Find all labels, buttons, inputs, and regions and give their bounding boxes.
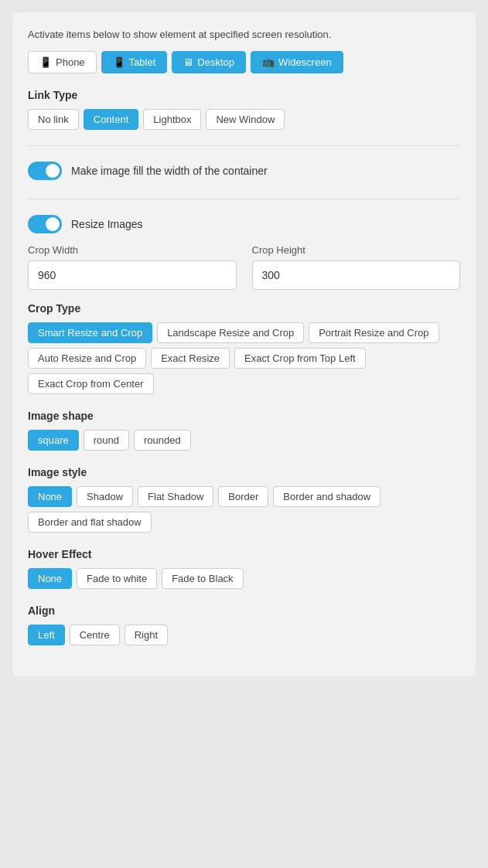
link-type-content-button[interactable]: Content xyxy=(84,109,139,130)
crop-type-label: Crop Type xyxy=(28,302,460,315)
style-shadow-button[interactable]: Shadow xyxy=(77,486,133,507)
crop-height-group: Crop Height xyxy=(252,244,461,290)
crop-height-input[interactable] xyxy=(252,260,461,290)
visibility-tablet-button[interactable]: 📱 Tablet xyxy=(101,51,168,73)
divider-1 xyxy=(28,145,460,146)
crop-height-label: Crop Height xyxy=(252,244,461,256)
style-border-button[interactable]: Border xyxy=(218,486,268,507)
crop-auto-button[interactable]: Auto Resize and Crop xyxy=(28,348,146,369)
fill-width-label: Make image fill the width of the contain… xyxy=(71,165,268,177)
crop-width-label: Crop Width xyxy=(28,244,237,256)
align-label: Align xyxy=(28,604,460,617)
fill-width-toggle[interactable] xyxy=(28,162,62,180)
resize-slider xyxy=(28,215,62,233)
crop-exact-center-button[interactable]: Exact Crop from Center xyxy=(28,373,154,394)
phone-label: Phone xyxy=(56,56,85,68)
style-border-flat-shadow-button[interactable]: Border and flat shadow xyxy=(28,512,152,533)
visibility-widescreen-button[interactable]: 📺 Widescreen xyxy=(251,51,343,73)
link-type-button-group: No link Content Lightbox New Window xyxy=(28,109,460,130)
style-flat-shadow-button[interactable]: Flat Shadow xyxy=(138,486,213,507)
visibility-button-group: 📱 Phone 📱 Tablet 🖥 Desktop 📺 Widescreen xyxy=(28,51,460,73)
resize-toggle[interactable] xyxy=(28,215,62,233)
hover-effect-button-group: None Fade to white Fade to Black xyxy=(28,568,460,589)
link-type-newwindow-button[interactable]: New Window xyxy=(206,109,285,130)
crop-fields: Crop Width Crop Height xyxy=(28,244,460,290)
fill-width-row: Make image fill the width of the contain… xyxy=(28,158,460,183)
widescreen-icon: 📺 xyxy=(262,56,275,68)
shape-round-button[interactable]: round xyxy=(84,430,129,451)
align-right-button[interactable]: Right xyxy=(125,625,168,645)
image-style-section: Image style None Shadow Flat Shadow Bord… xyxy=(28,466,460,533)
resize-label: Resize Images xyxy=(71,218,143,230)
image-style-label: Image style xyxy=(28,466,460,478)
settings-panel: Activate items below to show element at … xyxy=(12,12,476,676)
align-section: Align Left Centre Right xyxy=(28,604,460,645)
align-button-group: Left Centre Right xyxy=(28,625,460,645)
image-style-button-group: None Shadow Flat Shadow Border Border an… xyxy=(28,486,460,533)
hover-none-button[interactable]: None xyxy=(28,568,72,589)
visibility-description: Activate items below to show element at … xyxy=(28,28,460,42)
crop-smart-button[interactable]: Smart Resize and Crop xyxy=(28,322,152,343)
align-centre-button[interactable]: Centre xyxy=(70,625,120,645)
style-none-button[interactable]: None xyxy=(28,486,72,507)
hover-effect-label: Hover Effect xyxy=(28,548,460,560)
crop-type-button-group: Smart Resize and Crop Landscape Resize a… xyxy=(28,322,460,394)
tablet-icon: 📱 xyxy=(113,56,125,68)
link-type-section: Link Type No link Content Lightbox New W… xyxy=(28,89,460,130)
tablet-label: Tablet xyxy=(129,56,156,68)
desktop-icon: 🖥 xyxy=(183,56,193,68)
resize-toggle-row: Resize Images xyxy=(28,212,460,237)
crop-exact-resize-button[interactable]: Exact Resize xyxy=(151,348,230,369)
resize-section: Resize Images Crop Width Crop Height Cro… xyxy=(28,212,460,394)
crop-width-group: Crop Width xyxy=(28,244,237,290)
link-type-label: Link Type xyxy=(28,89,460,101)
crop-landscape-button[interactable]: Landscape Resize and Crop xyxy=(157,322,304,343)
fill-width-section: Make image fill the width of the contain… xyxy=(28,158,460,183)
visibility-phone-button[interactable]: 📱 Phone xyxy=(28,51,97,73)
crop-type-section: Crop Type Smart Resize and Crop Landscap… xyxy=(28,302,460,394)
fill-width-slider xyxy=(28,162,62,180)
style-border-shadow-button[interactable]: Border and shadow xyxy=(273,486,381,507)
image-shape-section: Image shape square round rounded xyxy=(28,410,460,451)
widescreen-label: Widescreen xyxy=(278,56,332,68)
hover-fade-black-button[interactable]: Fade to Black xyxy=(162,568,244,589)
crop-portrait-button[interactable]: Portrait Resize and Crop xyxy=(309,322,439,343)
crop-width-input[interactable] xyxy=(28,260,237,290)
image-shape-button-group: square round rounded xyxy=(28,430,460,451)
link-type-nolink-button[interactable]: No link xyxy=(28,109,79,130)
link-type-lightbox-button[interactable]: Lightbox xyxy=(143,109,201,130)
align-left-button[interactable]: Left xyxy=(28,625,65,645)
phone-icon: 📱 xyxy=(39,56,52,68)
shape-square-button[interactable]: square xyxy=(28,430,79,451)
image-shape-label: Image shape xyxy=(28,410,460,422)
hover-fade-white-button[interactable]: Fade to white xyxy=(77,568,157,589)
divider-2 xyxy=(28,199,460,199)
desktop-label: Desktop xyxy=(197,56,234,68)
visibility-desktop-button[interactable]: 🖥 Desktop xyxy=(172,51,246,73)
hover-effect-section: Hover Effect None Fade to white Fade to … xyxy=(28,548,460,589)
visibility-section: Activate items below to show element at … xyxy=(28,28,460,73)
crop-exact-topleft-button[interactable]: Exact Crop from Top Left xyxy=(234,348,366,369)
shape-rounded-button[interactable]: rounded xyxy=(134,430,191,451)
